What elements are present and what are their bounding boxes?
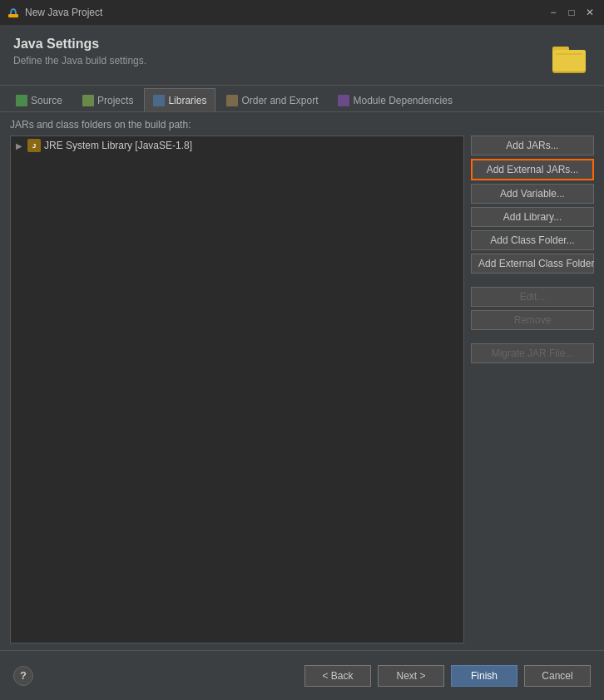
tab-projects[interactable]: Projects (73, 88, 142, 111)
tab-projects-label: Projects (97, 95, 133, 106)
buttons-panel: Add JARs... Add External JARs... Add Var… (471, 136, 594, 643)
dialog-header: Java Settings Define the Java build sett… (0, 25, 604, 86)
cancel-button[interactable]: Cancel (524, 665, 591, 687)
jre-icon: J (27, 139, 41, 152)
tab-libraries-label: Libraries (168, 95, 206, 106)
order-tab-icon (226, 95, 238, 106)
add-variable-button[interactable]: Add Variable... (471, 184, 594, 204)
help-button[interactable]: ? (13, 666, 33, 686)
source-tab-icon (16, 95, 27, 106)
libraries-tab-icon (153, 95, 165, 106)
title-bar: New Java Project − □ ✕ (0, 0, 604, 25)
svg-rect-3 (552, 50, 586, 71)
next-button[interactable]: Next > (378, 665, 444, 687)
svg-rect-0 (8, 14, 18, 17)
finish-button[interactable]: Finish (451, 665, 517, 687)
tree-panel[interactable]: ▶ J JRE System Library [JavaSE-1.8] (10, 136, 464, 643)
title-bar-text: New Java Project (25, 7, 102, 18)
add-class-folder-button[interactable]: Add Class Folder... (471, 230, 594, 250)
dialog-title: Java Settings (13, 37, 146, 52)
tab-moddep-label: Module Dependencies (353, 95, 452, 106)
close-button[interactable]: ✕ (582, 5, 597, 20)
bottom-left: ? (13, 666, 33, 686)
moddep-tab-icon (338, 95, 349, 106)
minimize-button[interactable]: − (546, 5, 561, 20)
dialog-subtitle: Define the Java build settings. (13, 55, 146, 67)
projects-tab-icon (82, 95, 94, 106)
migrate-jar-button[interactable]: Migrate JAR File... (471, 343, 594, 363)
svg-rect-4 (556, 53, 582, 55)
tab-libraries[interactable]: Libraries (144, 88, 215, 111)
tab-order-label: Order and Export (241, 95, 318, 106)
dialog-title-section: Java Settings Define the Java build sett… (13, 37, 146, 67)
add-library-button[interactable]: Add Library... (471, 207, 594, 227)
content-area: JARs and class folders on the build path… (0, 112, 604, 650)
java-icon (7, 6, 20, 19)
tab-order[interactable]: Order and Export (217, 88, 327, 111)
bottom-bar: ? < Back Next > Finish Cancel (0, 650, 604, 700)
button-spacer (471, 277, 594, 283)
add-jars-button[interactable]: Add JARs... (471, 136, 594, 155)
title-bar-left: New Java Project (7, 6, 102, 19)
add-external-jars-button[interactable]: Add External JARs... (471, 159, 594, 180)
button-spacer-2 (471, 333, 594, 340)
back-button[interactable]: < Back (304, 665, 371, 687)
restore-button[interactable]: □ (564, 5, 579, 20)
add-external-class-folder-button[interactable]: Add External Class Folder... (471, 254, 594, 274)
tab-moddep[interactable]: Module Dependencies (329, 88, 461, 111)
tab-source[interactable]: Source (7, 88, 72, 111)
content-description: JARs and class folders on the build path… (10, 119, 594, 131)
tabs-bar: Source Projects Libraries Order and Expo… (0, 86, 604, 112)
title-bar-controls: − □ ✕ (546, 5, 597, 20)
remove-button[interactable]: Remove (471, 310, 594, 330)
bottom-right: < Back Next > Finish Cancel (304, 665, 591, 687)
expand-icon: ▶ (16, 141, 24, 150)
tab-source-label: Source (31, 95, 62, 106)
jre-label: JRE System Library [JavaSE-1.8] (44, 140, 192, 151)
edit-button[interactable]: Edit... (471, 287, 594, 307)
dialog-folder-icon (551, 37, 591, 76)
main-panel: ▶ J JRE System Library [JavaSE-1.8] Add … (10, 136, 594, 643)
tree-item-jre[interactable]: ▶ J JRE System Library [JavaSE-1.8] (11, 136, 463, 155)
